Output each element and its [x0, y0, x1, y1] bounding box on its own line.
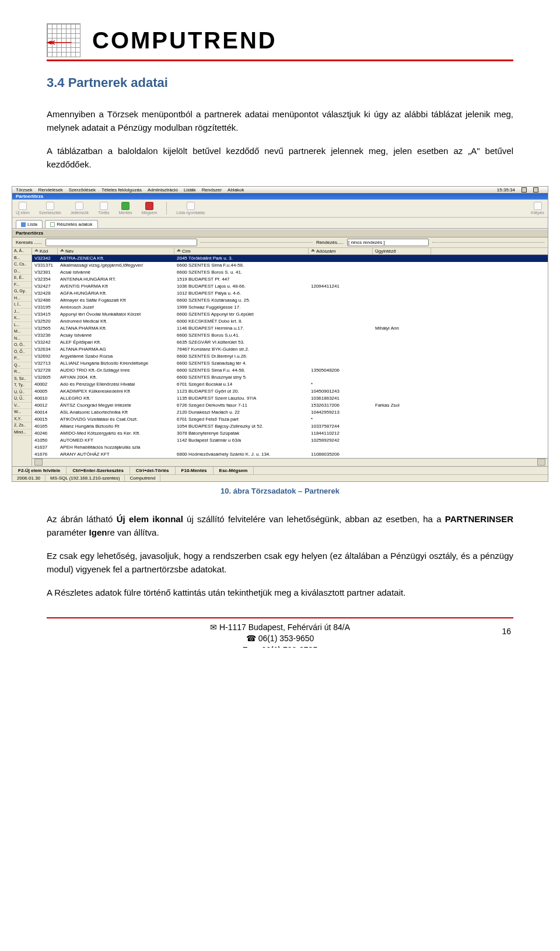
table-row[interactable]: V32427AVENTIS PHARMA Kft1036 BUDAPEST La…: [32, 283, 548, 290]
sort-icon: [60, 249, 64, 253]
table-row[interactable]: V32713ALLIANZ Hungária Biztosító Kirende…: [32, 360, 548, 367]
table-row[interactable]: 40246AMIDO-Med Kötszergyártó és Ker. Kft…: [32, 430, 548, 437]
tab-list[interactable]: Lista: [16, 220, 43, 228]
table-row[interactable]: V32428AGFA-HUNGÁRIA Kft.1012 BUDAPEST Pá…: [32, 290, 548, 297]
alpha-item[interactable]: T, Ty..: [12, 382, 32, 389]
alpha-item[interactable]: Ö, Ő..: [12, 349, 32, 356]
table-row[interactable]: V32342ASTRA-ZENECA Kft.2045 Törökbálint …: [32, 255, 548, 262]
alpha-item[interactable]: S, Sz..: [12, 376, 32, 383]
table-row[interactable]: V32805ARYAN 2004. Kft.6600 SZENTES Brusz…: [32, 374, 548, 381]
alpha-item[interactable]: A, Á..: [12, 248, 32, 255]
menubar: Törzsek Rendelések Szerződések Tételes f…: [12, 187, 548, 193]
tab-details[interactable]: Részletes adatok: [45, 220, 97, 228]
alpha-item[interactable]: B...: [12, 255, 32, 262]
minimize-icon[interactable]: [522, 187, 527, 193]
col-ugy[interactable]: Ügyintéző: [373, 248, 431, 254]
table-row[interactable]: 40002Adó és Pénzügyi Ellenőrzési Hivatal…: [32, 381, 548, 388]
close-icon[interactable]: [533, 187, 538, 193]
clock: 15:35:34: [497, 187, 515, 193]
alpha-item[interactable]: Z, Zs..: [12, 422, 32, 429]
alpha-item[interactable]: O, Ó..: [12, 342, 32, 349]
table-row[interactable]: 40165Allianz Hungária Biztosító Rt1054 B…: [32, 423, 548, 430]
alpha-item[interactable]: N...: [12, 335, 32, 342]
table-row[interactable]: V32486Altmayer és Sáfár Fogászati Kft660…: [32, 297, 548, 304]
alpha-item[interactable]: Ü, Ű..: [12, 396, 32, 403]
tb-edit[interactable]: Szerkesztés: [39, 202, 61, 215]
scroll-left-icon[interactable]: [34, 459, 43, 466]
horizontal-scrollbar[interactable]: [32, 458, 548, 466]
table-row[interactable]: 40015ATIKÖVIZIG Vízellátási és Csat.Oszt…: [32, 416, 548, 423]
col-kod[interactable]: Kód: [32, 248, 58, 254]
table-row[interactable]: V32565ALTANA PHARMA Kft.1146 BUDAPEST He…: [32, 325, 548, 332]
tb-save[interactable]: Mentés: [118, 202, 132, 215]
alpha-filter[interactable]: A, Á..B...C, Cs..D...E, É..F...G, Gy..H.…: [12, 248, 32, 466]
table-row[interactable]: 41676ARANY AUTÓHÁZ KFT6800 Hódmezővásárh…: [32, 451, 548, 458]
table-row[interactable]: 40012ÁNTSZ Csongrád Megyei Intézete6726 …: [32, 402, 548, 409]
table-row[interactable]: 41637APEH Rehabilitációs hozzájárulás sz…: [32, 444, 548, 451]
menu-item[interactable]: Listák: [184, 187, 196, 193]
alpha-item[interactable]: P...: [12, 355, 32, 362]
table-row[interactable]: 40005AKADIMPEX Külkereskedelmi Kft1123 B…: [32, 388, 548, 395]
sort-input[interactable]: [347, 239, 429, 246]
alpha-item[interactable]: W...: [12, 409, 32, 416]
table-row[interactable]: V32728AUDIO TRIO Kft.-Dr.Szilágyi Imre66…: [32, 367, 548, 374]
table-row[interactable]: 40014ASL Analsonic Labortechnika Kft2120…: [32, 409, 548, 416]
tb-print[interactable]: Lista nyomtatás: [176, 202, 205, 215]
sort-icon: [177, 249, 181, 253]
table-row[interactable]: 41050AUTOMED KFT1142 Budapest Szatmár u …: [32, 437, 548, 444]
tb-props[interactable]: Jellemzők: [71, 202, 89, 215]
table-row[interactable]: 40010ALLEGRO Kft.1135 BUDAPEST Szent Lás…: [32, 395, 548, 402]
tabs: Lista Részletes adatok: [12, 218, 548, 229]
table-row[interactable]: V33195Ambrosch Jozef1999 Schwaz Fuggelge…: [32, 304, 548, 311]
alpha-item[interactable]: K...: [12, 315, 32, 322]
alpha-item[interactable]: C, Cs..: [12, 261, 32, 268]
alpha-item[interactable]: R...: [12, 369, 32, 376]
table-row[interactable]: V331371Alkalmassági vizsg./gépjármű,lőfe…: [32, 262, 548, 269]
scroll-right-icon[interactable]: [537, 459, 545, 466]
menu-item[interactable]: Rendszer: [202, 187, 222, 193]
grid-body[interactable]: V32342ASTRA-ZENECA Kft.2045 Törökbálint …: [32, 255, 548, 458]
table-row[interactable]: V33242ALEF Építőipari Kft.6635 SZEGVÁR V…: [32, 339, 548, 346]
table-row[interactable]: V32692Argyelánné Szabó Rózsa6600 SZENTES…: [32, 353, 548, 360]
alpha-item[interactable]: F...: [12, 282, 32, 289]
alpha-item[interactable]: Mind...: [12, 429, 32, 436]
table-row[interactable]: V33236Acsay Istvánné6600 SZENTES Boros S…: [32, 332, 548, 339]
alpha-item[interactable]: M...: [12, 328, 32, 335]
alpha-item[interactable]: U, Ú..: [12, 389, 32, 396]
menu-item[interactable]: Ablakok: [228, 187, 244, 193]
footer-fax: Fax: 06(1) 700-2785: [243, 645, 317, 648]
table-row[interactable]: V32634ALTANA PHARMA AG78467 Konstanz BYK…: [32, 346, 548, 353]
paragraph-3: Az ábrán látható Új elem ikonnal új szál…: [47, 513, 513, 539]
menu-item[interactable]: Rendelések: [38, 187, 62, 193]
alpha-item[interactable]: I, Í..: [12, 302, 32, 309]
alpha-item[interactable]: Q...: [12, 362, 32, 369]
tb-cancel[interactable]: Mégsem: [141, 202, 157, 215]
menu-item[interactable]: Törzsek: [16, 187, 32, 193]
alpha-item[interactable]: D...: [12, 268, 32, 275]
menu-item[interactable]: Tételes feldolgozás: [102, 187, 142, 193]
tb-new[interactable]: Új elem: [16, 202, 30, 215]
header: COMPUTREND: [47, 23, 513, 57]
header-rule: [47, 60, 513, 61]
alpha-item[interactable]: J...: [12, 309, 32, 316]
table-row[interactable]: V32381Acsai Istvánné6600 SZENTES Boros S…: [32, 269, 548, 276]
table-row[interactable]: V33415Apponyi téri Óvodai Munkáltatói Kö…: [32, 311, 548, 318]
tb-delete[interactable]: Törlés: [98, 202, 109, 215]
table-row[interactable]: V32354ANTENNA HUNGÁRIA RT.1519 BUDAPEST …: [32, 276, 548, 283]
tb-exit[interactable]: Kilépés: [531, 202, 544, 215]
search-label: Keresés ......: [16, 240, 42, 245]
col-cim[interactable]: Cím: [174, 248, 309, 254]
col-ado[interactable]: Adószám: [309, 248, 373, 254]
menu-item[interactable]: Szerződések: [69, 187, 96, 193]
document-icon: [50, 222, 55, 227]
col-nev[interactable]: Név: [58, 248, 174, 254]
alpha-item[interactable]: G, Gy..: [12, 288, 32, 295]
alpha-item[interactable]: V...: [12, 403, 32, 410]
alpha-item[interactable]: H...: [12, 295, 32, 302]
search-input[interactable]: [46, 239, 197, 246]
menu-item[interactable]: Adminisztráció: [148, 187, 178, 193]
alpha-item[interactable]: L...: [12, 322, 32, 329]
alpha-item[interactable]: E, É..: [12, 275, 32, 282]
alpha-item[interactable]: X,Y..: [12, 416, 32, 423]
table-row[interactable]: V32520Andromed Medical Kft.6000 KECSKEMÉ…: [32, 318, 548, 325]
